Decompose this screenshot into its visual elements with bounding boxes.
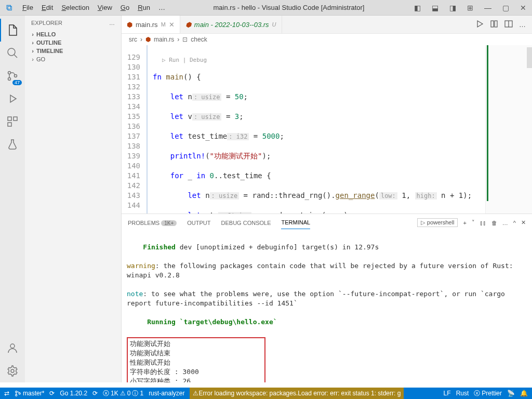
activity-account-icon[interactable]	[0, 337, 25, 360]
minimap-slider[interactable]	[527, 47, 532, 68]
svg-point-2	[8, 78, 11, 81]
menu-view[interactable]: View	[94, 4, 116, 11]
line-gutter: 129130131132 133134135136 137138139140 1…	[122, 45, 148, 214]
tab-untracked-badge: U	[272, 21, 276, 28]
sidebar-item-timeline[interactable]: ›TIMELINE	[25, 47, 121, 55]
status-prettier[interactable]: ⓧ Prettier	[474, 389, 502, 398]
status-error-message[interactable]: ⚠ Error loading workspace: packages.Load…	[190, 388, 404, 399]
status-bar: ⇄ master* ⟳ Go 1.20.2 ⟳ ⓧ 1K ⚠ 0 ⓘ 1 rus…	[0, 388, 532, 399]
activity-scm-icon[interactable]: 47	[0, 64, 25, 87]
scm-badge: 47	[12, 80, 22, 85]
svg-point-1	[8, 72, 11, 74]
status-errors[interactable]: ⓧ 1K ⚠ 0 ⓘ 1	[103, 389, 143, 398]
split-editor-icon[interactable]	[504, 20, 513, 30]
panel-bottom-icon[interactable]: ⬓	[426, 4, 444, 12]
trash-icon[interactable]: 🗑	[491, 220, 497, 226]
code-editor[interactable]: 129130131132 133134135136 137138139140 1…	[122, 45, 485, 214]
explorer-header: EXPLORER…	[25, 16, 121, 30]
terminal-output[interactable]: Finished dev [unoptimized + debuginfo] t…	[122, 231, 532, 382]
code-text[interactable]: ▷ Run | Debug fn main() { let n: usize =…	[148, 45, 485, 214]
sidebar-more-icon[interactable]: …	[109, 20, 115, 26]
tab-dirty-badge: M	[161, 21, 166, 28]
svg-point-13	[16, 394, 17, 396]
activity-bar: 47	[0, 16, 25, 382]
panel-tab-terminal[interactable]: TERMINAL	[281, 216, 310, 229]
activity-settings-icon[interactable]	[0, 360, 25, 382]
panel-right-icon[interactable]: ◨	[444, 4, 461, 12]
diff-icon[interactable]	[490, 20, 498, 30]
minimize-button[interactable]: —	[479, 4, 497, 12]
menu-more[interactable]: …	[154, 4, 169, 11]
layout-grid-icon[interactable]: ⊞	[461, 4, 479, 12]
menu-go[interactable]: Go	[116, 4, 134, 11]
status-sync-icon[interactable]: ⟳	[49, 390, 55, 397]
panel-tab-debug[interactable]: DEBUG CONSOLE	[221, 217, 271, 229]
breadcrumb[interactable]: src› ⬢ main.rs› ⊡ check	[122, 34, 532, 45]
menu-run[interactable]: Run	[134, 4, 154, 11]
maximize-button[interactable]: ▢	[497, 4, 514, 12]
sidebar-item-go[interactable]: ›GO	[25, 55, 121, 63]
panel-tabs: PROBLEMS 1K+ OUTPUT DEBUG CONSOLE TERMIN…	[122, 214, 532, 231]
close-panel-icon[interactable]: ✕	[521, 219, 526, 226]
minimap[interactable]	[485, 45, 532, 214]
explorer-sidebar: EXPLORER… ›HELLO ›OUTLINE ›TIMELINE ›GO	[25, 16, 122, 382]
svg-rect-5	[14, 117, 17, 121]
activity-extensions-icon[interactable]	[0, 110, 25, 133]
symbol-icon: ⊡	[182, 36, 188, 43]
close-button[interactable]: ✕	[514, 4, 532, 12]
maximize-panel-icon[interactable]: ^	[513, 220, 516, 226]
split-terminal-icon[interactable]: ⫿⫿	[480, 220, 486, 226]
tab-diff[interactable]: ⬢ main - 2022-10-03--03.rs U	[180, 16, 282, 33]
menu-edit[interactable]: Edit	[37, 4, 57, 11]
editor-more-icon[interactable]: …	[519, 21, 526, 29]
layout-controls: ◧ ⬓ ◨ ⊞ — ▢ ✕	[408, 4, 532, 12]
rust-file-icon: ⬢	[185, 21, 191, 29]
status-go-refresh-icon[interactable]: ⟳	[92, 390, 98, 397]
status-language[interactable]: Rust	[456, 390, 469, 397]
sidebar-item-outline[interactable]: ›OUTLINE	[25, 38, 121, 47]
rust-file-icon: ⬢	[127, 21, 132, 29]
terminal-dropdown-icon[interactable]: ˅	[472, 219, 475, 226]
panel-more-icon[interactable]: …	[502, 220, 508, 226]
status-feedback-icon[interactable]: 📡	[507, 390, 515, 397]
panel-left-icon[interactable]: ◧	[408, 4, 426, 12]
editor-area: ⬢ main.rs M ✕ ⬢ main - 2022-10-03--03.rs…	[122, 16, 532, 382]
bottom-panel: PROBLEMS 1K+ OUTPUT DEBUG CONSOLE TERMIN…	[122, 214, 532, 382]
status-go[interactable]: Go 1.20.2	[60, 390, 87, 397]
activity-explorer-icon[interactable]	[0, 19, 25, 42]
activity-debug-icon[interactable]	[0, 87, 25, 110]
rust-file-icon: ⬢	[145, 36, 151, 43]
svg-point-0	[8, 48, 15, 56]
tab-main-rs[interactable]: ⬢ main.rs M ✕	[122, 16, 180, 33]
menu-file[interactable]: FFileile	[18, 4, 37, 11]
menu-selection[interactable]: Selection	[57, 4, 93, 11]
close-tab-icon[interactable]: ✕	[169, 21, 175, 29]
new-terminal-icon[interactable]: +	[463, 220, 466, 226]
activity-testing-icon[interactable]	[0, 133, 25, 156]
activity-search-icon[interactable]	[0, 42, 25, 64]
panel-tab-output[interactable]: OUTPUT	[187, 217, 210, 229]
status-eol[interactable]: LF	[444, 390, 451, 397]
title-bar: ⧉ FFileile Edit Selection View Go Run … …	[0, 0, 532, 16]
sidebar-item-hello[interactable]: ›HELLO	[25, 30, 121, 38]
app-icon: ⧉	[0, 3, 18, 12]
editor-tabs: ⬢ main.rs M ✕ ⬢ main - 2022-10-03--03.rs…	[122, 16, 532, 34]
svg-rect-4	[8, 117, 11, 121]
svg-point-8	[11, 369, 14, 373]
status-bell-icon[interactable]: 🔔	[520, 390, 528, 397]
terminal-shell-selector[interactable]: ▷powershell	[417, 218, 458, 227]
window-title: main.rs - hello - Visual Studio Code [Ad…	[169, 4, 408, 11]
run-file-icon[interactable]	[475, 20, 484, 30]
svg-rect-9	[491, 21, 494, 27]
status-branch[interactable]: master*	[15, 390, 44, 397]
svg-point-12	[16, 391, 17, 392]
svg-point-7	[10, 344, 15, 348]
svg-point-3	[15, 75, 17, 77]
status-rust-analyzer[interactable]: rust-analyzer	[149, 390, 184, 397]
terminal-highlighted-output: 功能测试开始 功能测试结束 性能测试开始 字符串的长度 : 3000 小写字符种…	[127, 337, 265, 382]
svg-rect-10	[495, 21, 497, 27]
status-remote-icon[interactable]: ⇄	[4, 390, 9, 397]
svg-rect-6	[8, 123, 11, 126]
editor-actions: …	[475, 16, 532, 33]
panel-tab-problems[interactable]: PROBLEMS 1K+	[128, 217, 177, 229]
